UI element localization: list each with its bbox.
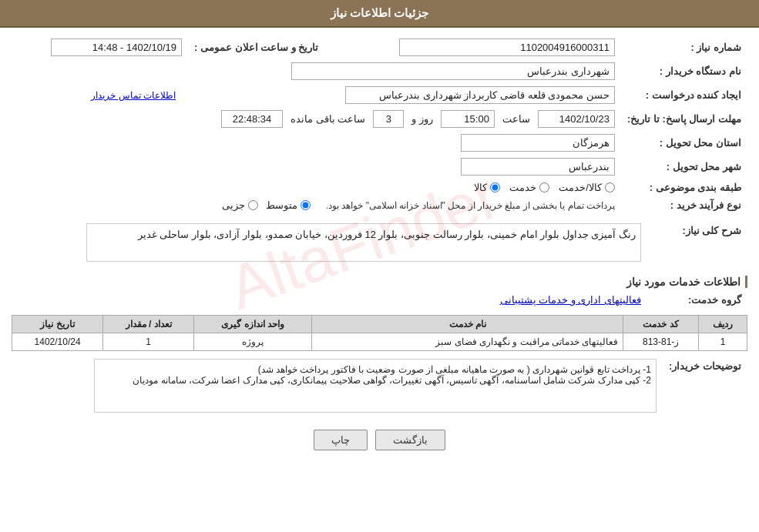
category-kala-khedmat[interactable]: کالا/خدمت [559, 182, 615, 193]
service-group-value[interactable]: فعالیتهای اداری و خدمات پشتیبانی [500, 294, 641, 306]
service-table: ردیف کد خدمت نام خدمت واحد اندازه گیری ت… [12, 315, 747, 351]
back-button[interactable]: بازگشت [375, 430, 445, 450]
city-value: بندرعباس [461, 158, 615, 176]
response-time-label: ساعت [502, 113, 530, 125]
button-bar: بازگشت چاپ [12, 430, 747, 450]
category-radio-group: کالا/خدمت خدمت کالا [18, 182, 615, 193]
buyer-notes-container: 1- پرداخت تابع قوانین شهرداری ( به صورت … [94, 359, 657, 413]
response-remaining: 22:48:34 [221, 110, 283, 128]
creator-contact-link[interactable]: اطلاعات تماس خریدار [91, 90, 176, 101]
col-unit: واحد اندازه گیری [194, 316, 312, 333]
table-row: 1ز-81-813فعالیتهای خدماتی مراقبت و نگهدا… [12, 333, 747, 351]
page-header: جزئیات اطلاعات نیاز [0, 0, 759, 28]
col-date: تاریخ نیاز [12, 316, 103, 333]
buyer-org-value: شهرداری بندرعباس [291, 62, 615, 80]
response-days: 3 [373, 110, 404, 128]
description-label: شرح کلی نیاز: [647, 220, 747, 269]
province-label: استان محل تحویل : [621, 131, 747, 155]
col-name: نام خدمت [312, 316, 623, 333]
service-group-label: گروه خدمت: [647, 291, 747, 309]
city-label: شهر محل تحویل : [621, 155, 747, 179]
purchase-type-label: نوع فرآیند خرید : [621, 196, 747, 214]
purchase-type-jozvi[interactable]: جزیی [222, 199, 258, 211]
response-time: 15:00 [441, 110, 495, 128]
category-kala[interactable]: کالا [474, 182, 500, 193]
buyer-org-label: نام دستگاه خریدار : [621, 59, 747, 83]
province-value: هرمزگان [461, 134, 615, 152]
col-row: ردیف [698, 316, 747, 333]
print-button[interactable]: چاپ [314, 430, 368, 450]
col-quantity: تعداد / مقدار [103, 316, 194, 333]
purchase-type-motavasset[interactable]: متوسط [266, 199, 311, 211]
response-deadline-label: مهلت ارسال پاسخ: تا تاریخ: [621, 107, 747, 131]
page-title: جزئیات اطلاعات نیاز [331, 6, 428, 19]
description-value: رنگ آمیزی جداول بلوار امام خمینی، بلوار … [92, 229, 636, 240]
category-label: طبقه بندی موضوعی : [621, 179, 747, 196]
creator-label: ایجاد کننده درخواست : [621, 83, 747, 107]
response-date: 1402/10/23 [538, 110, 615, 128]
need-number-label: شماره نیاز : [621, 35, 747, 59]
creator-value: حسن محمودی قلعه قاضی کاربرداز شهرداری بن… [345, 86, 615, 104]
response-days-label: روز و [411, 113, 433, 125]
services-section-title: اطلاعات خدمات مورد نیاز [12, 276, 747, 288]
announce-date-value: 1402/10/19 - 14:48 [51, 38, 182, 56]
category-khedmat[interactable]: خدمت [509, 182, 549, 193]
need-number-value: 1102004916000311 [399, 38, 615, 56]
announce-date-label: تاریخ و ساعت اعلان عمومی : [188, 35, 324, 59]
description-container: AltaFinder رنگ آمیزی جداول بلوار امام خم… [86, 223, 641, 262]
buyer-notes-value: 1- پرداخت تابع قوانین شهرداری ( به صورت … [99, 364, 651, 386]
purchase-note: پرداخت تمام یا بخشی از مبلغ خریدار از مح… [326, 200, 615, 211]
buyer-notes-label: توضیحات خریدار: [663, 356, 747, 420]
col-code: کد خدمت [623, 316, 699, 333]
response-remaining-label: ساعت باقی مانده [291, 113, 365, 125]
